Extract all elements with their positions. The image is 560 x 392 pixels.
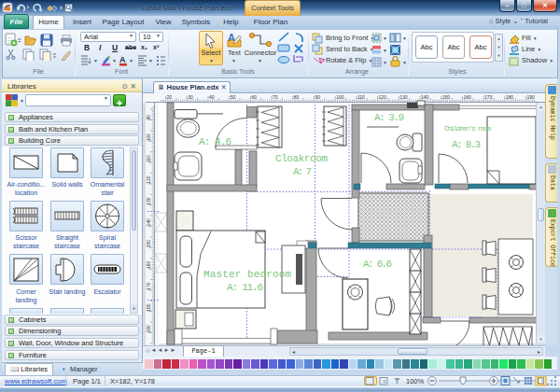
svg-text:▼: ▼ xyxy=(20,98,24,104)
svg-text:▼: ▼ xyxy=(129,58,133,63)
svg-text:▼: ▼ xyxy=(112,58,117,63)
svg-text:120: 120 xyxy=(146,175,151,184)
svg-text:A: 7: A: 7 xyxy=(293,166,312,177)
svg-text:60: 60 xyxy=(251,94,257,100)
svg-text:180: 180 xyxy=(146,303,151,312)
svg-text:90: 90 xyxy=(146,115,151,120)
svg-text:140: 140 xyxy=(146,218,151,227)
svg-text:190: 190 xyxy=(527,94,536,100)
svg-text:A: 4.6: A: 4.6 xyxy=(199,136,231,147)
svg-text:110: 110 xyxy=(146,155,151,162)
svg-text:A: 3.9: A: 3.9 xyxy=(374,112,404,123)
svg-text:150: 150 xyxy=(442,94,451,100)
svg-text:160: 160 xyxy=(463,94,471,100)
svg-text:150: 150 xyxy=(146,240,151,248)
svg-text:▼: ▼ xyxy=(383,48,387,53)
svg-text:▼: ▼ xyxy=(93,58,98,63)
svg-text:A: 8.3: A: 8.3 xyxy=(452,139,481,150)
svg-text:190: 190 xyxy=(146,325,151,333)
svg-text:20: 20 xyxy=(167,94,173,100)
svg-text:30: 30 xyxy=(188,94,193,100)
svg-text:100: 100 xyxy=(146,133,151,142)
svg-text:Cloakroom: Cloakroom xyxy=(275,153,328,164)
svg-text:80: 80 xyxy=(294,94,300,100)
svg-text:▼: ▼ xyxy=(402,60,407,65)
svg-text:120: 120 xyxy=(379,94,387,100)
svg-text:170: 170 xyxy=(146,282,151,290)
svg-text:170: 170 xyxy=(484,94,493,100)
svg-text:90: 90 xyxy=(315,94,321,100)
svg-text:Master bedroom: Master bedroom xyxy=(203,269,291,280)
svg-text:▼: ▼ xyxy=(383,60,387,65)
svg-text:A: 11.6: A: 11.6 xyxy=(227,282,263,293)
svg-text:40: 40 xyxy=(209,94,215,100)
svg-text:▼: ▼ xyxy=(383,35,387,41)
svg-text:Children's room: Children's room xyxy=(444,124,491,133)
svg-text:160: 160 xyxy=(146,261,151,270)
svg-text:100: 100 xyxy=(336,94,344,100)
svg-text:▼: ▼ xyxy=(148,58,153,63)
svg-text:180: 180 xyxy=(506,94,514,100)
svg-text:140: 140 xyxy=(421,94,429,100)
svg-text:130: 130 xyxy=(399,94,408,100)
svg-text:70: 70 xyxy=(273,94,278,100)
svg-text:A: A xyxy=(119,55,126,64)
svg-text:130: 130 xyxy=(146,197,151,205)
svg-text:A: 6.6: A: 6.6 xyxy=(363,259,392,270)
svg-text:50: 50 xyxy=(231,94,236,100)
svg-text:▼: ▼ xyxy=(402,35,407,41)
svg-text:110: 110 xyxy=(357,94,365,100)
